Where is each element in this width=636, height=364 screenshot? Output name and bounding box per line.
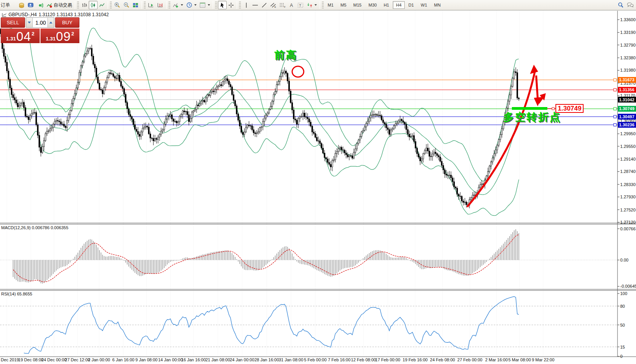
sell-price[interactable]: 1.31 04 2 (1, 29, 40, 43)
text-label-button[interactable]: T (296, 1, 305, 9)
zoom-in-icon (114, 2, 120, 8)
trendline-button[interactable] (260, 1, 269, 9)
tab-timeframe-w1[interactable]: W1 (418, 1, 431, 9)
periods-button[interactable] (185, 1, 198, 9)
vertical-line-button[interactable] (242, 1, 251, 9)
sell-price-sup: 2 (32, 31, 34, 36)
svg-text:2 Jan 00:00: 2 Jan 00:00 (88, 357, 110, 362)
svg-text:0.00: 0.00 (620, 258, 628, 262)
toolbar: 新订单 自动交易 (0, 0, 636, 10)
fibonacci-button[interactable]: F (278, 1, 287, 9)
candlestick-chart-button[interactable] (89, 1, 98, 9)
svg-text:1.28330: 1.28330 (620, 182, 636, 187)
arrows-icon (307, 2, 313, 8)
autotrading-button[interactable]: 自动交易 (45, 1, 74, 9)
signals-button[interactable] (35, 1, 45, 9)
svg-text:E: E (274, 6, 276, 8)
chart-title: GBPUSD-,H4 1.31120 1.31143 1.31038 1.310… (2, 12, 109, 17)
buy-price[interactable]: 1.31 09 2 (40, 29, 79, 43)
cursor-icon (220, 2, 225, 8)
templates-icon (200, 2, 206, 8)
price-callout: 1.30749 (555, 104, 584, 113)
svg-text:19 Feb 16:00: 19 Feb 16:00 (403, 357, 428, 362)
charts-button[interactable] (17, 1, 26, 9)
crosshair-icon (228, 2, 234, 8)
chart-shift-button[interactable] (156, 1, 165, 9)
triangle-down-icon (28, 22, 31, 23)
new-order-label: 新订单 (1, 2, 10, 8)
tab-timeframe-m1[interactable]: M1 (325, 1, 337, 9)
buy-button[interactable]: BUY (55, 17, 79, 28)
svg-text:1.33600: 1.33600 (620, 17, 636, 22)
equidistant-channel-button[interactable]: E (269, 1, 278, 9)
tab-timeframe-d1[interactable]: D1 (405, 1, 417, 9)
indicators-dropdown-arrow (181, 4, 183, 6)
svg-text:-0.006452: -0.006452 (620, 284, 636, 289)
svg-text:9 Jan 08:00: 9 Jan 08:00 (135, 357, 158, 362)
metaeditor-icon (28, 2, 34, 8)
one-click-trade-panel: SELL BUY 1.31 04 2 1.31 09 2 (1, 17, 79, 43)
chat-button[interactable] (625, 1, 635, 9)
svg-text:0: 0 (620, 354, 623, 359)
bar-chart-button[interactable] (80, 1, 89, 9)
triangle-up-icon (49, 22, 52, 23)
svg-text:1.31980: 1.31980 (620, 68, 636, 72)
svg-text:1.31356: 1.31356 (619, 87, 634, 92)
chat-icon (627, 2, 634, 8)
volume-increase-button[interactable] (47, 18, 54, 27)
chart-canvas[interactable]: 1.336001.331901.327901.323801.319801.315… (0, 0, 636, 364)
tab-timeframe-h1[interactable]: H1 (380, 1, 392, 9)
zoom-out-button[interactable] (122, 1, 131, 9)
svg-text:1.29550: 1.29550 (620, 144, 636, 149)
svg-text:1.31673: 1.31673 (619, 77, 634, 82)
tab-timeframe-m5[interactable]: M5 (337, 1, 349, 9)
new-order-button[interactable]: 新订单 (1, 2, 17, 8)
auto-scroll-button[interactable] (146, 1, 156, 9)
templates-button[interactable] (198, 1, 212, 9)
volume-input[interactable] (33, 18, 47, 27)
zoom-in-button[interactable] (113, 1, 122, 9)
arrows-button[interactable] (305, 1, 318, 9)
chart-shift-icon (157, 2, 163, 8)
svg-text:28 Jan 16:00: 28 Jan 16:00 (254, 357, 279, 362)
metaeditor-button[interactable] (26, 1, 35, 9)
tab-timeframe-mn[interactable]: MN (431, 1, 444, 9)
svg-text:6 Jan 16:00: 6 Jan 16:00 (112, 357, 135, 362)
text-button[interactable]: A (287, 1, 296, 9)
chart-ohlc: 1.31120 1.31143 1.31038 1.31042 (39, 12, 109, 17)
search-button[interactable] (616, 1, 625, 9)
tab-timeframe-m30[interactable]: M30 (365, 1, 380, 9)
tab-timeframe-h4[interactable]: H4 (393, 1, 404, 9)
text-label-icon: T (298, 2, 304, 8)
svg-text:1.32790: 1.32790 (620, 43, 636, 47)
svg-text:27 Dec 12:00: 27 Dec 12:00 (65, 357, 90, 362)
svg-text:1.30749: 1.30749 (619, 106, 634, 111)
bar-chart-icon (81, 2, 87, 8)
horizontal-line-button[interactable] (251, 1, 260, 9)
tab-timeframe-m15[interactable]: M15 (350, 1, 365, 9)
svg-text:2 Mar 16:00: 2 Mar 16:00 (485, 357, 508, 362)
svg-text:31 Jan 08:00: 31 Jan 08:00 (279, 357, 303, 362)
annotation-prev-high: 前高 (274, 48, 298, 62)
svg-text:12 Feb 08:00: 12 Feb 08:00 (351, 357, 376, 362)
volume-decrease-button[interactable] (26, 18, 33, 27)
autotrading-icon (46, 2, 52, 8)
indicators-button[interactable] (171, 1, 185, 9)
rsi-pane-label: RSI(14) 65.8655 (1, 292, 32, 296)
svg-text:19 Dec 08:00: 19 Dec 08:00 (18, 357, 43, 362)
candlestick-chart-icon (90, 2, 96, 8)
svg-text:9 Mar 22:00: 9 Mar 22:00 (532, 357, 555, 362)
periods-dropdown-arrow (194, 4, 197, 6)
buy-price-big: 09 (56, 30, 71, 43)
cursor-button[interactable] (218, 1, 227, 9)
svg-text:7 Feb 16:00: 7 Feb 16:00 (328, 357, 351, 362)
crosshair-button[interactable] (227, 1, 236, 9)
annotation-turning-point: 多空转折点 (503, 110, 561, 124)
signals-icon (37, 2, 43, 8)
svg-text:50: 50 (620, 323, 625, 327)
svg-text:24 Dec 00:00: 24 Dec 00:00 (41, 357, 66, 362)
line-chart-button[interactable] (98, 1, 106, 9)
svg-text:24 Jan 00:00: 24 Jan 00:00 (230, 357, 254, 362)
tile-windows-button[interactable] (131, 1, 140, 9)
sell-button[interactable]: SELL (1, 17, 25, 28)
